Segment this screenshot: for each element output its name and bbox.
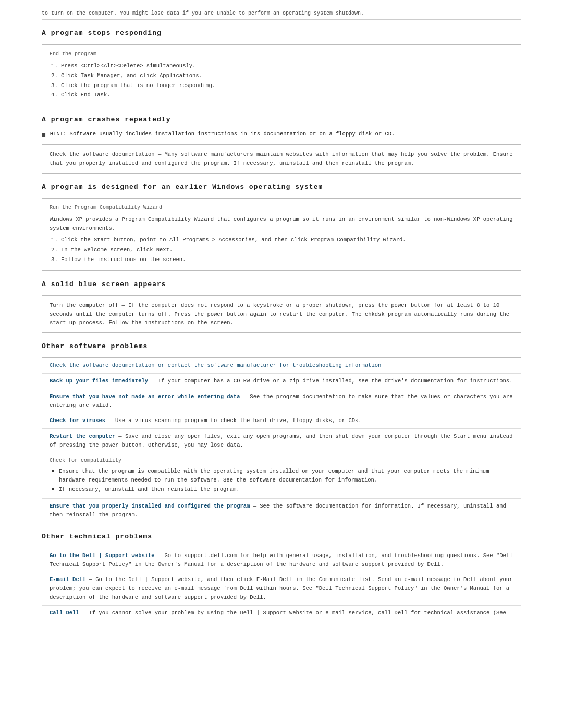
wizard-step-1: Click the Start button, point to All Pro… bbox=[61, 236, 513, 244]
text-restart: — Save and close any open files, exit an… bbox=[50, 433, 512, 448]
blue-screen-text: Turn the computer off — If the computer … bbox=[50, 302, 509, 326]
item-email-dell: E-mail Dell — Go to the Dell | Support w… bbox=[42, 572, 521, 605]
heading-blue-screen: A solid blue screen appears bbox=[42, 280, 521, 288]
heading-other-software: Other software problems bbox=[42, 342, 521, 350]
step-3: Click the program that is no longer resp… bbox=[61, 81, 513, 90]
term-viruses: Check for viruses bbox=[50, 417, 105, 424]
term-backup: Back up your files immediately bbox=[50, 378, 148, 384]
term-no-error: Ensure that you have not made an error w… bbox=[50, 393, 240, 400]
heading-program-crashes: A program crashes repeatedly bbox=[42, 116, 521, 124]
box-other-software: Check the software documentation or cont… bbox=[42, 357, 521, 523]
wizard-step-3: Follow the instructions on the screen. bbox=[61, 255, 513, 264]
heading-earlier-windows: A program is designed for an earlier Win… bbox=[42, 183, 521, 191]
item-no-error: Ensure that you have not made an error w… bbox=[42, 389, 521, 414]
compat-item-1: Ensure that the program is compatible wi… bbox=[59, 467, 513, 485]
box-label-end-program: End the program bbox=[50, 50, 513, 58]
section-blue-screen: A solid blue screen appears Turn the com… bbox=[42, 280, 521, 333]
item-backup: Back up your files immediately — If your… bbox=[42, 374, 521, 389]
box-label-wizard: Run the Program Compatibility Wizard bbox=[50, 204, 513, 212]
page-wrapper: to turn on the computer. You might lose … bbox=[0, 0, 563, 651]
top-note: to turn on the computer. You might lose … bbox=[42, 10, 521, 20]
item-restart: Restart the computer — Save and close an… bbox=[42, 429, 521, 453]
section-other-software: Other software problems Check the softwa… bbox=[42, 342, 521, 523]
wizard-step-2: In the welcome screen, click Next. bbox=[61, 245, 513, 254]
box-check-docs: Check the software documentation — Many … bbox=[42, 144, 521, 174]
hint-icon: ■ bbox=[42, 131, 46, 139]
box-check-docs-text: Check the software documentation — Many … bbox=[50, 151, 512, 166]
item-viruses: Check for viruses — Use a virus-scanning… bbox=[42, 413, 521, 429]
section-program-crashes: A program crashes repeatedly ■ HINT: Sof… bbox=[42, 116, 521, 174]
term-call-dell[interactable]: Call Dell bbox=[50, 610, 79, 616]
step-4: Click End Task. bbox=[61, 91, 513, 100]
box-blue-screen: Turn the computer off — If the computer … bbox=[42, 295, 521, 333]
text-backup: — If your computer has a CD-RW drive or … bbox=[148, 378, 512, 384]
term-email-dell[interactable]: E-mail Dell bbox=[50, 576, 85, 583]
item-compat: Check for compatibility Ensure that the … bbox=[42, 453, 521, 499]
section-other-technical: Other technical problems Go to the Dell … bbox=[42, 533, 521, 621]
heading-program-stops: A program stops responding bbox=[42, 29, 521, 37]
item-check-docs: Check the software documentation or cont… bbox=[42, 358, 521, 374]
box-end-program: End the program Press <Ctrl><Alt><Delete… bbox=[42, 44, 521, 106]
section-earlier-windows: A program is designed for an earlier Win… bbox=[42, 183, 521, 271]
box-other-technical: Go to the Dell | Support website — Go to… bbox=[42, 548, 521, 621]
item-call-dell: Call Dell — If you cannot solve your pro… bbox=[42, 606, 521, 621]
section-program-stops: A program stops responding End the progr… bbox=[42, 29, 521, 106]
term-ensure-installed: Ensure that you properly installed and c… bbox=[50, 503, 250, 509]
compat-list: Ensure that the program is compatible wi… bbox=[59, 467, 513, 494]
wizard-steps: Click the Start button, point to All Pro… bbox=[61, 236, 513, 264]
term-dell-website[interactable]: Go to the Dell | Support website bbox=[50, 552, 155, 559]
heading-other-technical: Other technical problems bbox=[42, 533, 521, 540]
step-2: Click Task Manager, and click Applicatio… bbox=[61, 71, 513, 80]
text-email-dell: — Go to the Dell | Support website, and … bbox=[50, 576, 512, 600]
hint-row: ■ HINT: Software usually includes instal… bbox=[42, 131, 521, 139]
label-compat: Check for compatibility bbox=[50, 456, 513, 465]
hint-text: HINT: Software usually includes installa… bbox=[50, 131, 395, 137]
item-dell-website: Go to the Dell | Support website — Go to… bbox=[42, 548, 521, 573]
box-compatibility-wizard: Run the Program Compatibility Wizard Win… bbox=[42, 198, 521, 271]
compat-item-2: If necessary, uninstall and then reinsta… bbox=[59, 485, 513, 494]
item-ensure-installed: Ensure that you properly installed and c… bbox=[42, 499, 521, 523]
end-program-steps: Press <Ctrl><Alt><Delete> simultaneously… bbox=[61, 61, 513, 100]
term-restart: Restart the computer bbox=[50, 433, 115, 439]
text-viruses: — Use a virus-scanning program to check … bbox=[105, 417, 361, 424]
text-call-dell: — If you cannot solve your problem by us… bbox=[79, 610, 506, 616]
step-1: Press <Ctrl><Alt><Delete> simultaneously… bbox=[61, 61, 513, 70]
link-check-docs[interactable]: Check the software documentation or cont… bbox=[50, 362, 381, 368]
wizard-desc: Windows XP provides a Program Compatibil… bbox=[50, 215, 513, 233]
